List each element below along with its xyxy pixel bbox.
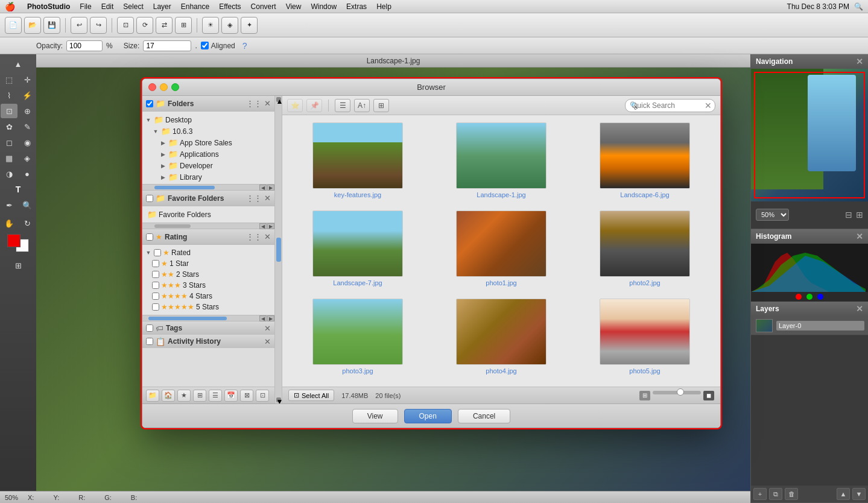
favorite-checkbox[interactable] bbox=[146, 195, 153, 202]
sidebar-scroll-down-icon[interactable]: ▼ bbox=[276, 397, 281, 402]
sb-grid-btn[interactable]: ⊠ bbox=[240, 390, 253, 402]
rating-item-5stars[interactable]: ★★★★★ 5 Stars bbox=[142, 302, 274, 312]
rating-scroll-right-icon[interactable]: ▶ bbox=[267, 315, 274, 321]
favorite-scrollbar-thumb[interactable] bbox=[154, 224, 191, 228]
rating-item-1star[interactable]: ★ 1 Star bbox=[142, 258, 274, 269]
tool-extra[interactable]: ⊞ bbox=[10, 258, 27, 273]
menu-extras[interactable]: Extras bbox=[341, 1, 372, 12]
1star-checkbox[interactable] bbox=[152, 260, 159, 267]
foreground-color-swatch[interactable] bbox=[7, 234, 21, 247]
folders-close-icon[interactable]: ✕ bbox=[264, 99, 271, 108]
effect-btn[interactable]: ✦ bbox=[241, 17, 258, 34]
resize-btn[interactable]: ⊞ bbox=[175, 17, 192, 34]
layers-move-up-btn[interactable]: ▲ bbox=[837, 488, 850, 500]
5stars-checkbox[interactable] bbox=[152, 303, 159, 311]
folders-scrollbar-thumb[interactable] bbox=[154, 186, 215, 189]
large-view-icon[interactable]: ◼ bbox=[703, 391, 714, 400]
tool-brush[interactable]: ✎ bbox=[19, 119, 36, 134]
tool-text[interactable]: T bbox=[10, 182, 27, 197]
tool-sharpen[interactable]: ◈ bbox=[19, 151, 36, 165]
menu-enhance[interactable]: Enhance bbox=[176, 1, 214, 12]
open-btn[interactable]: 📂 bbox=[24, 17, 41, 34]
tool-eraser[interactable]: ◻ bbox=[1, 135, 17, 150]
aligned-checkbox[interactable] bbox=[201, 42, 209, 49]
tree-item-appstore[interactable]: ▶ 📁 App Store Sales bbox=[142, 137, 274, 148]
layers-add-btn[interactable]: + bbox=[753, 488, 767, 500]
tool-gradient[interactable]: ▦ bbox=[1, 151, 17, 165]
tree-item-library[interactable]: ▶ 📁 Library bbox=[142, 171, 274, 183]
tags-checkbox[interactable] bbox=[146, 324, 153, 332]
tool-move[interactable]: ✛ bbox=[19, 72, 36, 87]
layers-close-icon[interactable]: ✕ bbox=[856, 304, 863, 314]
save-btn[interactable]: 💾 bbox=[43, 17, 60, 34]
browser-grid-btn[interactable]: ⊞ bbox=[373, 99, 389, 112]
tool-heal[interactable]: ✿ bbox=[1, 119, 17, 134]
rating-config-icon[interactable]: ⋮⋮ bbox=[246, 232, 262, 241]
sb-home-btn[interactable]: 🏠 bbox=[162, 390, 175, 402]
rating-scrollbar-thumb[interactable] bbox=[148, 317, 227, 320]
zoom-select[interactable]: 50% 25% 33% 75% 100% bbox=[756, 209, 789, 221]
image-cell-key-features[interactable]: key-features.jpg bbox=[287, 120, 428, 206]
browser-fav-btn[interactable]: 📌 bbox=[306, 99, 322, 112]
redo-btn[interactable]: ↪ bbox=[90, 17, 107, 34]
sb-layout-btn[interactable]: ⊡ bbox=[256, 390, 269, 402]
view-button[interactable]: View bbox=[352, 409, 398, 423]
scroll-left-icon[interactable]: ◀ bbox=[259, 185, 267, 191]
menu-view[interactable]: View bbox=[281, 1, 306, 12]
undo-btn[interactable]: ↩ bbox=[71, 17, 87, 34]
browser-back-btn[interactable]: ⭐ bbox=[287, 99, 303, 112]
image-cell-photo4[interactable]: photo4.jpg bbox=[431, 296, 572, 382]
cancel-button[interactable]: Cancel bbox=[458, 409, 510, 423]
menu-window[interactable]: Window bbox=[306, 1, 341, 12]
image-cell-photo2[interactable]: photo2.jpg bbox=[574, 208, 715, 294]
3stars-checkbox[interactable] bbox=[152, 282, 159, 289]
spotlight-icon[interactable]: 🔍 bbox=[854, 2, 863, 11]
open-button[interactable]: Open bbox=[404, 409, 452, 423]
histogram-close-icon[interactable]: ✕ bbox=[856, 232, 863, 241]
2stars-checkbox[interactable] bbox=[152, 271, 159, 278]
activity-close-icon[interactable]: ✕ bbox=[264, 337, 271, 346]
help-icon[interactable]: ? bbox=[242, 41, 247, 51]
favorite-config-icon[interactable]: ⋮⋮ bbox=[246, 194, 262, 203]
close-traffic-light[interactable] bbox=[148, 83, 156, 91]
tool-paint[interactable]: ◉ bbox=[19, 135, 36, 150]
favorite-close-icon[interactable]: ✕ bbox=[264, 194, 271, 203]
menu-layer[interactable]: Layer bbox=[148, 1, 176, 12]
tool-pen[interactable]: ✒ bbox=[1, 198, 17, 212]
layers-delete-btn[interactable]: 🗑 bbox=[785, 488, 798, 500]
layer-name-input[interactable] bbox=[776, 321, 864, 331]
rating-scroll-left-icon[interactable]: ◀ bbox=[259, 315, 267, 321]
scroll-right-icon[interactable]: ▶ bbox=[267, 185, 274, 191]
size-slider-thumb[interactable] bbox=[677, 388, 684, 396]
menu-edit[interactable]: Edit bbox=[97, 1, 119, 12]
tree-item-10.6.3[interactable]: ▼ 📁 10.6.3 bbox=[142, 125, 274, 137]
image-cell-landscape1[interactable]: Landscape-1.jpg bbox=[431, 120, 572, 206]
sb-star-btn[interactable]: ★ bbox=[177, 390, 191, 402]
rated-checkbox[interactable] bbox=[154, 249, 161, 256]
rating-scrollbar[interactable]: ◀ ▶ bbox=[142, 315, 274, 321]
browser-view-btn[interactable]: ☰ bbox=[335, 99, 350, 112]
flip-btn[interactable]: ⇄ bbox=[156, 17, 173, 34]
rating-checkbox[interactable] bbox=[146, 233, 153, 241]
opacity-input[interactable] bbox=[66, 40, 103, 51]
image-cell-landscape6[interactable]: Landscape-6.jpg bbox=[574, 120, 715, 206]
sidebar-scroll-up-icon[interactable]: ▲ bbox=[276, 97, 281, 102]
tool-dodge[interactable]: ◑ bbox=[1, 166, 17, 181]
crop-btn[interactable]: ⊡ bbox=[117, 17, 134, 34]
tool-burn[interactable]: ● bbox=[19, 166, 36, 181]
image-cell-photo3[interactable]: photo3.jpg bbox=[287, 296, 428, 382]
menu-convert[interactable]: Convert bbox=[246, 1, 281, 12]
tags-close-icon[interactable]: ✕ bbox=[264, 324, 271, 333]
sb-list-btn[interactable]: ☰ bbox=[209, 390, 222, 402]
select-all-button[interactable]: ⊡ Select All bbox=[288, 390, 334, 401]
sidebar-scroll-thumb[interactable] bbox=[276, 238, 281, 262]
image-cell-photo5[interactable]: photo5.jpg bbox=[574, 296, 715, 382]
sidebar-vertical-scrollbar[interactable]: ▲ ▼ bbox=[275, 96, 282, 403]
rating-item-3stars[interactable]: ★★★ 3 Stars bbox=[142, 280, 274, 291]
sb-filter-btn[interactable]: ⊞ bbox=[193, 390, 206, 402]
tree-item-favorite-folders[interactable]: 📁 Favorite Folders bbox=[142, 209, 274, 220]
zoom-out-icon[interactable]: ⊟ bbox=[845, 210, 852, 220]
activity-checkbox[interactable] bbox=[146, 338, 153, 345]
rating-item-4stars[interactable]: ★★★★ 4 Stars bbox=[142, 291, 274, 302]
rating-item-rated[interactable]: ▼ ★ Rated bbox=[142, 247, 274, 258]
